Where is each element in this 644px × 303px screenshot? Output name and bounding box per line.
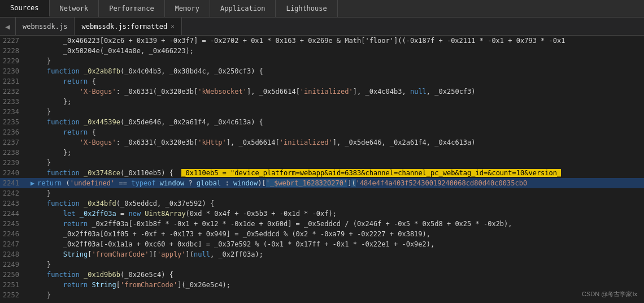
line-content: ▶return ('undefined' == typeof window ? … — [28, 178, 644, 188]
line-content: function _0x44539e(_0x5de646, _0x2a61f4,… — [28, 117, 644, 127]
sidebar-toggle-button[interactable]: ◀ — [0, 18, 16, 35]
line-content: function _0x2ab8fb(_0x4c04b3, _0x38bd4c,… — [28, 66, 644, 76]
line-content: }; — [28, 148, 644, 158]
line-content: function _0x3748ce(_0x110eb5) { _0x110eb… — [28, 168, 644, 178]
line-content: } — [28, 188, 644, 198]
line-content: } — [28, 107, 644, 117]
line-number: 2251 — [0, 280, 28, 290]
line-content: function _0x1d9b6b(_0x26e5c4) { — [28, 270, 644, 280]
tab-sources[interactable]: Sources — [0, 0, 50, 17]
code-line: 2250 function _0x1d9b6b(_0x26e5c4) { — [0, 270, 644, 280]
line-content: } — [28, 290, 644, 300]
code-line: 2245 return _0x2ff03a[-0x1b8f * -0x1 + 0… — [0, 219, 644, 229]
code-line: 2249 } — [0, 259, 644, 270]
line-content: _0x466223[0x2c6 + 0x139 + -0x3f7] = -0x2… — [28, 36, 644, 46]
line-content: String['fromCharCode']['apply'](null, _0… — [28, 249, 644, 259]
line-number: 2231 — [0, 76, 28, 86]
line-number: 2250 — [0, 270, 28, 280]
line-content: } — [28, 158, 644, 168]
line-number: 2241 — [0, 178, 28, 188]
tab-performance[interactable]: Performance — [99, 0, 164, 17]
code-line: 2233 }; — [0, 97, 644, 107]
code-line: 2247 _0x2ff03a[-0x1a1a + 0xc60 + 0xdbc] … — [0, 239, 644, 249]
code-editor: 2227 _0x466223[0x2c6 + 0x139 + -0x3f7] =… — [0, 36, 644, 303]
line-number: 2227 — [0, 36, 28, 46]
tab-network[interactable]: Network — [50, 0, 99, 17]
code-line: 2234 } — [0, 107, 644, 117]
tab-performance-label: Performance — [109, 5, 154, 12]
code-line: 2239 } — [0, 158, 644, 168]
code-line: 2242 } — [0, 188, 644, 198]
code-line: 2251 return String['fromCharCode'](_0x26… — [0, 280, 644, 290]
line-content: return _0x2ff03a[-0x1b8f * -0x1 + 0x12 *… — [28, 219, 644, 229]
code-line: 2231 return { — [0, 76, 644, 86]
code-line: 2237 'X-Bogus': _0x6331(_0x320e3b['kHttp… — [0, 137, 644, 148]
line-content: function _0x34bfd(_0x5eddcd, _0x37e592) … — [28, 198, 644, 209]
line-number: 2249 — [0, 259, 28, 270]
line-content: } — [28, 56, 644, 66]
file-tab-webmssdk-label: webmssdk.js — [23, 23, 67, 31]
line-number: 2236 — [0, 127, 28, 137]
close-file-tab-button[interactable]: ✕ — [171, 23, 175, 30]
file-tab-bar: ◀ webmssdk.js webmssdk.js:formatted ✕ — [0, 18, 644, 36]
line-content: return { — [28, 127, 644, 137]
line-content: _0x2ff03a[-0x1a1a + 0xc60 + 0xdbc] = _0x… — [28, 239, 644, 249]
code-line: 2243 function _0x34bfd(_0x5eddcd, _0x37e… — [0, 198, 644, 209]
tab-network-label: Network — [60, 5, 89, 12]
tab-memory[interactable]: Memory — [165, 0, 210, 17]
line-content: }; — [28, 97, 644, 107]
code-line: 2246 _0x2ff03a[0x1f05 + -0xf + -0x173 + … — [0, 229, 644, 239]
code-line: 2235 function _0x44539e(_0x5de646, _0x2a… — [0, 117, 644, 127]
tab-application-label: Application — [220, 5, 265, 12]
code-line: 2238 }; — [0, 148, 644, 158]
line-number: 2235 — [0, 117, 28, 127]
line-number: 2239 — [0, 158, 28, 168]
tab-lighthouse[interactable]: Lighthouse — [276, 0, 337, 17]
code-line: 2230 function _0x2ab8fb(_0x4c04b3, _0x38… — [0, 66, 644, 76]
line-content: _0x2ff03a[0x1f05 + -0xf + -0x173 + 0x949… — [28, 229, 644, 239]
line-number: 2234 — [0, 107, 28, 117]
line-number: 2238 — [0, 148, 28, 158]
tab-lighthouse-label: Lighthouse — [286, 5, 327, 12]
line-number: 2248 — [0, 249, 28, 259]
main-tab-bar: Sources Network Performance Memory Appli… — [0, 0, 644, 18]
line-number: 2252 — [0, 290, 28, 300]
code-line: 2236 return { — [0, 127, 644, 137]
line-number: 2233 — [0, 97, 28, 107]
line-number: 2228 — [0, 46, 28, 56]
line-number: 2230 — [0, 66, 28, 76]
tab-application[interactable]: Application — [210, 0, 276, 17]
code-line: 2252 } — [0, 290, 644, 300]
watermark: CSDN @考古学家Ix — [582, 290, 637, 298]
line-content: 'X-Bogus': _0x6331(_0x320e3b['kHttp'], _… — [28, 137, 644, 148]
line-number: 2243 — [0, 198, 28, 209]
code-line: 2229 } — [0, 56, 644, 66]
line-content: 'X-Bogus': _0x6331(_0x320e3b['kWebsocket… — [28, 86, 644, 97]
line-content: return String['fromCharCode'](_0x26e5c4)… — [28, 280, 644, 290]
line-content: _0x50204e(_0x414a0e, _0x466223); — [28, 46, 644, 56]
code-line: 2227 _0x466223[0x2c6 + 0x139 + -0x3f7] =… — [0, 36, 644, 46]
line-number: 2232 — [0, 86, 28, 97]
code-line: 2248 String['fromCharCode']['apply'](nul… — [0, 249, 644, 259]
file-tab-webmssdk-formatted[interactable]: webmssdk.js:formatted ✕ — [75, 18, 181, 35]
code-line: 2232 'X-Bogus': _0x6331(_0x320e3b['kWebs… — [0, 86, 644, 97]
line-number: 2229 — [0, 56, 28, 66]
code-line: 2228 _0x50204e(_0x414a0e, _0x466223); — [0, 46, 644, 56]
file-tab-webmssdk-formatted-label: webmssdk.js:formatted — [81, 23, 167, 31]
code-lines-container: 2227 _0x466223[0x2c6 + 0x139 + -0x3f7] =… — [0, 36, 644, 303]
line-number: 2237 — [0, 137, 28, 148]
line-content: } — [28, 259, 644, 270]
line-number: 2240 — [0, 168, 28, 178]
tab-memory-label: Memory — [175, 5, 199, 12]
line-number: 2246 — [0, 229, 28, 239]
line-content: let _0x2ff03a = new Uint8Array(0xd * 0x4… — [28, 209, 644, 219]
line-number: 2244 — [0, 209, 28, 219]
code-line: 2240 function _0x3748ce(_0x110eb5) { _0x… — [0, 168, 644, 178]
file-tab-webmssdk[interactable]: webmssdk.js — [16, 18, 75, 35]
code-line: 2241▶return ('undefined' == typeof windo… — [0, 178, 644, 188]
line-number: 2247 — [0, 239, 28, 249]
line-number: 2242 — [0, 188, 28, 198]
code-line: 2244 let _0x2ff03a = new Uint8Array(0xd … — [0, 209, 644, 219]
line-content: return { — [28, 76, 644, 86]
line-number: 2245 — [0, 219, 28, 229]
